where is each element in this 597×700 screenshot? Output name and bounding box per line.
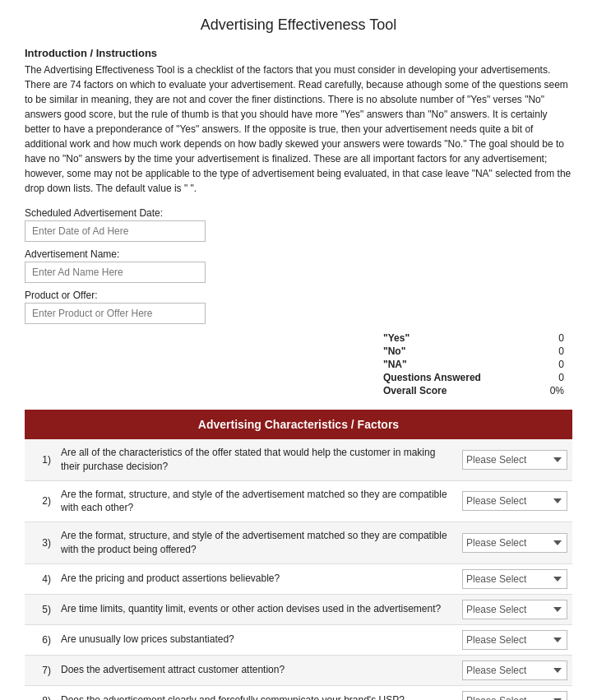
no-value: 0 [539,345,564,357]
score-stat-row: Overall Score 0% [383,385,564,396]
answered-stat-row: Questions Answered 0 [383,372,564,383]
question-select[interactable]: Please SelectYesNoNA [462,569,567,589]
question-text: Does the advertisement attract customer … [54,655,457,685]
name-input[interactable] [25,262,206,283]
question-text: Are the format, structure, and style of … [54,522,457,564]
factors-header: Advertising Characteristics / Factors [25,410,572,439]
no-stat-row: "No" 0 [383,345,564,357]
factors-table: 1)Are all of the characteristics of the … [25,439,572,700]
question-text: Are all of the characteristics of the of… [54,439,457,480]
page-container: Advertising Effectiveness Tool Introduct… [0,0,597,700]
table-row: 8)Does the advertisement clearly and for… [25,685,572,700]
table-row: 7)Does the advertisement attract custome… [25,655,572,685]
table-row: 6)Are unusually low prices substantiated… [25,624,572,655]
yes-stat-row: "Yes" 0 [383,332,564,344]
question-text: Does the advertisement clearly and force… [54,685,457,700]
date-input[interactable] [25,220,206,242]
question-number: 3) [25,522,54,564]
question-select[interactable]: Please SelectYesNoNA [462,450,567,470]
table-row: 1)Are all of the characteristics of the … [25,439,572,480]
question-number: 6) [25,624,54,655]
yes-value: 0 [539,332,564,344]
na-stat-row: "NA" 0 [383,359,564,370]
score-value: 0% [539,385,564,396]
question-number: 7) [25,655,54,685]
table-row: 2)Are the format, structure, and style o… [25,480,572,522]
question-text: Are time limits, quantity limit, events … [54,594,457,624]
question-number: 5) [25,594,54,624]
question-select[interactable]: Please SelectYesNoNA [462,630,567,650]
question-text: Are the format, structure, and style of … [54,480,457,522]
yes-label: "Yes" [383,332,410,344]
name-label: Advertisement Name: [25,248,572,260]
score-label: Overall Score [383,385,447,396]
question-select[interactable]: Please SelectYesNoNA [462,661,567,680]
question-select[interactable]: Please SelectYesNoNA [462,691,567,700]
intro-heading: Introduction / Instructions [25,47,572,59]
answered-label: Questions Answered [383,372,481,383]
product-label: Product or Offer: [25,290,572,301]
no-label: "No" [383,345,405,357]
product-input[interactable] [25,303,206,324]
question-text: Are unusually low prices substantiated? [54,624,457,655]
question-number: 8) [25,685,54,700]
date-label: Scheduled Advertisement Date: [25,207,572,219]
na-value: 0 [539,359,564,370]
answered-value: 0 [539,372,564,383]
form-section: Scheduled Advertisement Date: Advertisem… [25,207,572,324]
table-row: 5)Are time limits, quantity limit, event… [25,594,572,624]
na-label: "NA" [383,359,407,370]
question-select[interactable]: Please SelectYesNoNA [462,600,567,619]
question-select[interactable]: Please SelectYesNoNA [462,533,567,553]
intro-section: Introduction / Instructions The Advertis… [25,47,572,196]
question-number: 4) [25,563,54,594]
question-select[interactable]: Please SelectYesNoNA [462,491,567,511]
question-number: 2) [25,480,54,522]
intro-text: The Advertising Effectiveness Tool is a … [25,63,572,196]
stats-section: "Yes" 0 "No" 0 "NA" 0 Questions Answered… [25,332,572,398]
table-row: 3)Are the format, structure, and style o… [25,522,572,564]
question-text: Are the pricing and product assertions b… [54,563,457,594]
question-number: 1) [25,439,54,480]
table-row: 4)Are the pricing and product assertions… [25,563,572,594]
page-title: Advertising Effectiveness Tool [25,16,572,34]
